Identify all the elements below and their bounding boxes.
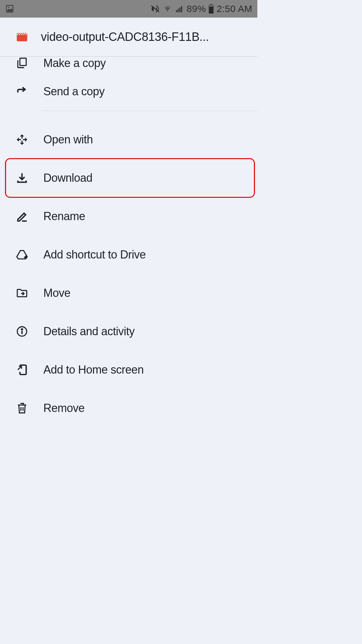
- menu-label: Make a copy: [43, 57, 106, 70]
- svg-rect-6: [181, 6, 182, 12]
- svg-rect-11: [20, 58, 26, 65]
- menu-item-move[interactable]: Move: [0, 274, 257, 312]
- menu-item-remove[interactable]: Remove: [0, 389, 257, 427]
- send-arrow-icon: [16, 85, 28, 98]
- drive-shortcut-icon: [16, 248, 28, 261]
- move-folder-icon: [16, 287, 28, 299]
- menu-item-open-with[interactable]: Open with: [0, 120, 257, 159]
- menu-item-send-a-copy[interactable]: Send a copy: [0, 72, 257, 111]
- menu-label: Download: [43, 171, 92, 185]
- trash-icon: [16, 402, 28, 414]
- vibrate-icon: [150, 4, 160, 14]
- divider: [41, 111, 257, 111]
- copy-icon: [16, 57, 28, 69]
- menu-label: Remove: [43, 402, 85, 415]
- svg-rect-3: [176, 10, 177, 12]
- menu-list: Make a copy Send a copy Open with: [0, 57, 257, 427]
- menu-item-download[interactable]: Download: [0, 159, 257, 197]
- rename-icon: [16, 210, 28, 223]
- picture-icon: [5, 4, 14, 13]
- menu-label: Details and activity: [43, 325, 134, 338]
- menu-label: Open with: [43, 133, 93, 146]
- menu-item-add-to-home[interactable]: Add to Home screen: [0, 351, 257, 389]
- svg-rect-9: [209, 5, 213, 7]
- menu-label: Move: [43, 286, 70, 300]
- svg-rect-5: [179, 8, 180, 12]
- svg-rect-4: [178, 9, 178, 12]
- menu-item-details-activity[interactable]: Details and activity: [0, 312, 257, 351]
- menu-label: Add shortcut to Drive: [43, 248, 146, 261]
- battery-icon: [208, 4, 214, 14]
- menu-item-rename[interactable]: Rename: [0, 197, 257, 236]
- svg-rect-8: [211, 4, 212, 5]
- home-screen-icon: [16, 364, 28, 376]
- wifi-icon: [163, 5, 172, 13]
- download-icon: [16, 172, 28, 184]
- highlight-box: [5, 158, 255, 198]
- svg-point-2: [167, 10, 168, 11]
- svg-point-1: [8, 7, 9, 8]
- menu-item-make-a-copy[interactable]: Make a copy: [0, 50, 257, 72]
- file-title: video-output-CADC8136-F11B...: [41, 30, 209, 44]
- info-icon: [16, 325, 28, 338]
- open-with-icon: [16, 133, 28, 146]
- video-file-icon: [16, 31, 28, 43]
- signal-icon: [175, 5, 184, 13]
- svg-point-13: [21, 329, 23, 330]
- menu-label: Rename: [43, 210, 85, 223]
- clock-time: 2:50 AM: [217, 3, 252, 14]
- menu-item-add-shortcut[interactable]: Add shortcut to Drive: [0, 236, 257, 274]
- menu-label: Add to Home screen: [43, 363, 144, 376]
- menu-label: Send a copy: [43, 85, 105, 98]
- status-bar: 89% 2:50 AM: [0, 0, 257, 18]
- battery-percent: 89%: [187, 3, 206, 14]
